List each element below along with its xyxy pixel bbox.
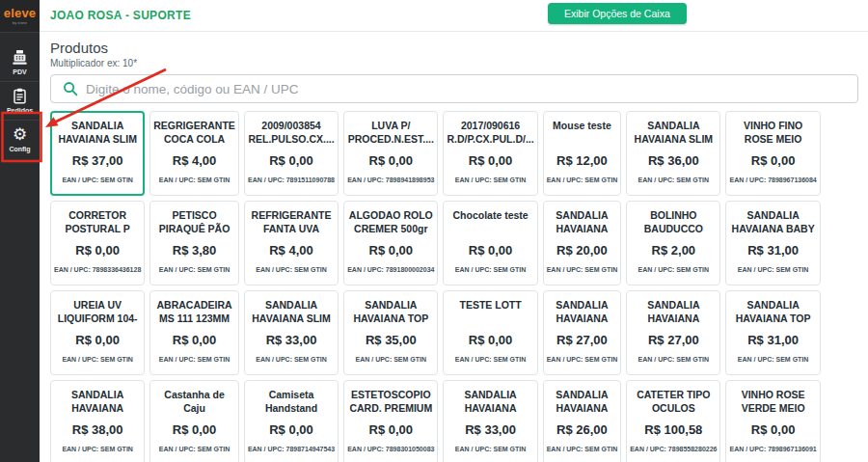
product-name: Camiseta Handstand [248, 388, 335, 415]
product-name: PETISCO PIRAQUÊ PÃO DE [153, 208, 235, 235]
search-input[interactable] [50, 74, 858, 103]
product-card[interactable]: CATETER TIPO OCULOS R$ 100,58 EAN / UPC:… [626, 380, 720, 462]
product-name: 2017/090616 R.D/P.CX.PUL.D/... [447, 119, 533, 146]
product-card[interactable]: SANDALIA HAVAIANA R$ 27,00 EAN / UPC: SE… [626, 290, 720, 375]
sidebar-item-pedidos[interactable]: Pedidos [0, 81, 40, 120]
product-ean: EAN / UPC: SEM GTIN [159, 177, 231, 183]
product-ean: EAN / UPC: 7898967136091 [729, 446, 816, 452]
app-logo-subtext: by stone [13, 20, 27, 25]
product-price: R$ 4,00 [173, 153, 217, 168]
product-card[interactable]: SANDALIA HAVAIANA R$ 26,00 EAN / UPC: SE… [543, 380, 622, 462]
product-card[interactable]: PETISCO PIRAQUÊ PÃO DE R$ 3,80 EAN / UPC… [149, 201, 239, 285]
product-card[interactable]: SANDALIA HAVAIANA R$ 27,00 EAN / UPC: SE… [543, 290, 622, 375]
product-ean: EAN / UPC: SEM GTIN [547, 266, 618, 273]
sidebar-nav: PDV Pedidos ⚙ Config [0, 33, 40, 158]
sidebar-item-pdv[interactable]: PDV [0, 42, 40, 81]
product-card[interactable]: Camiseta Handstand R$ 0,00 EAN / UPC: 78… [244, 380, 339, 462]
product-card[interactable]: SANDALIA HAVAIANA R$ 38,00 EAN / UPC: SE… [50, 380, 145, 462]
content-area: Produtos Multiplicador ex: 10* SANDALIA … [40, 32, 868, 462]
product-ean: EAN / UPC: SEM GTIN [455, 446, 527, 452]
product-name: SANDALIA HAVAIANA [547, 298, 618, 325]
product-ean: EAN / UPC: SEM GTIN [159, 266, 231, 273]
product-ean: EAN / UPC: SEM GTIN [62, 177, 133, 183]
product-card[interactable]: SANDALIA HAVAIANA SLIM R$ 33,00 EAN / UP… [244, 290, 339, 375]
product-price: R$ 0,00 [469, 153, 513, 168]
product-card[interactable]: Castanha de Caju Caramelizada 30g R$ 0,0… [149, 380, 239, 462]
operator-title: JOAO ROSA - SUPORTE [50, 9, 191, 22]
product-name: CATETER TIPO OCULOS [630, 388, 717, 415]
product-card[interactable]: LUVA P/ PROCED.N.EST.... R$ 0,00 EAN / U… [343, 111, 438, 196]
sidebar-item-label: Config [9, 146, 30, 152]
product-ean: EAN / UPC: 7898301050083 [347, 446, 434, 452]
product-name: ABRACADEIRA MS 111 123MM [153, 298, 235, 325]
product-ean: EAN / UPC: SEM GTIN [638, 266, 710, 273]
product-price: R$ 4,00 [269, 243, 313, 258]
product-price: R$ 0,00 [369, 243, 414, 258]
product-card[interactable]: ABRACADEIRA MS 111 123MM R$ 0,00 EAN / U… [149, 290, 239, 375]
product-ean: EAN / UPC: SEM GTIN [455, 356, 527, 363]
product-ean: EAN / UPC: SEM GTIN [738, 356, 809, 363]
product-card[interactable]: TESTE LOTT R$ 0,00 EAN / UPC: SEM GTIN [443, 290, 537, 375]
product-name: SANDALIA HAVAIANA [630, 298, 717, 325]
multiplier-hint: Multiplicador ex: 10* [50, 58, 857, 68]
product-price: R$ 0,00 [75, 243, 120, 258]
product-card[interactable]: VINHO FINO ROSE MEIO SECO R$ 0,00 EAN / … [725, 111, 820, 196]
product-ean: EAN / UPC: SEM GTIN [159, 446, 231, 452]
product-name: Chocolate teste [447, 208, 533, 235]
product-name: SANDALIA HAVAIANA [54, 388, 141, 415]
product-price: R$ 3,80 [173, 243, 217, 258]
product-price: R$ 35,00 [366, 333, 417, 347]
product-name: SANDALIA HAVAIANA [547, 388, 618, 415]
product-card[interactable]: SANDALIA HAVAIANA BABY R$ 31,00 EAN / UP… [725, 201, 820, 285]
product-card[interactable]: SANDALIA HAVAIANA FLAT R$ 20,00 EAN / UP… [543, 201, 622, 285]
product-card[interactable]: SANDALIA HAVAIANA R$ 33,00 EAN / UPC: SE… [443, 380, 537, 462]
top-bar: JOAO ROSA - SUPORTE Exibir Opções de Cai… [40, 0, 868, 32]
product-card[interactable]: SANDALIA HAVAIANA SLIM R$ 36,00 EAN / UP… [626, 111, 720, 196]
product-card[interactable]: VINHO ROSE VERDE MEIO R$ 0,00 EAN / UPC:… [725, 380, 820, 462]
page-title: Produtos [50, 40, 857, 56]
sidebar-item-label: PDV [13, 68, 26, 75]
main-area: JOAO ROSA - SUPORTE Exibir Opções de Cai… [40, 0, 868, 462]
product-name: REFRIGERANTE FANTA UVA [248, 208, 335, 235]
product-card[interactable]: ALGODAO ROLO CREMER 500gr R$ 0,00 EAN / … [343, 201, 438, 285]
product-name: UREIA UV LIQUIFORM 104- [54, 298, 141, 325]
product-price: R$ 0,00 [469, 333, 513, 347]
product-card[interactable]: CORRETOR POSTURAL P R$ 0,00 EAN / UPC: 7… [50, 201, 145, 285]
product-name: Castanha de Caju Caramelizada 30g [153, 388, 235, 415]
product-name: SANDALIA HAVAIANA [447, 388, 533, 415]
product-price: R$ 20,00 [556, 243, 608, 258]
product-ean: EAN / UPC: SEM GTIN [638, 177, 710, 183]
product-ean: EAN / UPC: SEM GTIN [547, 356, 618, 363]
product-name: BOLINHO BAUDUCCO [630, 208, 717, 235]
product-card[interactable]: 2017/090616 R.D/P.CX.PUL.D/... R$ 0,00 E… [443, 111, 537, 196]
product-price: R$ 0,00 [75, 333, 120, 347]
product-card[interactable]: ESTETOSCOPIO CARD. PREMIUM R$ 0,00 EAN /… [343, 380, 438, 462]
product-card[interactable]: BOLINHO BAUDUCCO R$ 2,00 EAN / UPC: SEM … [626, 201, 720, 285]
product-price: R$ 0,00 [173, 333, 217, 347]
product-name: VINHO FINO ROSE MEIO SECO [729, 119, 816, 146]
product-card[interactable]: SANDALIA HAVAIANA TOP R$ 31,00 EAN / UPC… [725, 290, 820, 375]
product-card[interactable]: REGRIGERANTE COCA COLA R$ 4,00 EAN / UPC… [149, 111, 239, 196]
product-card[interactable]: Chocolate teste R$ 0,00 EAN / UPC: SEM G… [443, 201, 537, 285]
exibir-opcoes-caixa-button[interactable]: Exibir Opções de Caixa [548, 3, 687, 24]
product-name: Mouse teste [547, 119, 618, 146]
product-card[interactable]: REFRIGERANTE FANTA UVA R$ 4,00 EAN / UPC… [244, 201, 339, 285]
product-card[interactable]: SANDALIA HAVAIANA SLIM R$ 37,00 EAN / UP… [50, 111, 145, 196]
product-card[interactable]: Mouse teste R$ 12,00 EAN / UPC: SEM GTIN [543, 111, 622, 196]
product-ean: EAN / UPC: SEM GTIN [638, 356, 710, 363]
product-price: R$ 0,00 [269, 153, 313, 168]
product-card[interactable]: SANDALIA HAVAIANA TOP R$ 35,00 EAN / UPC… [343, 290, 438, 375]
product-name: SANDALIA HAVAIANA SLIM [248, 298, 335, 325]
product-name: ESTETOSCOPIO CARD. PREMIUM [347, 388, 434, 415]
product-card[interactable]: UREIA UV LIQUIFORM 104- R$ 0,00 EAN / UP… [50, 290, 145, 375]
product-ean: EAN / UPC: SEM GTIN [547, 446, 618, 452]
product-price: R$ 0,00 [269, 422, 313, 437]
product-price: R$ 12,00 [556, 153, 608, 168]
product-price: R$ 0,00 [751, 153, 796, 168]
product-card[interactable]: 2009/003854 REL.PULSO.CX.... R$ 0,00 EAN… [244, 111, 339, 196]
gear-icon: ⚙ [12, 126, 28, 143]
product-price: R$ 26,00 [556, 422, 608, 437]
sidebar-item-config[interactable]: ⚙ Config [0, 120, 40, 158]
product-ean: EAN / UPC: SEM GTIN [159, 356, 231, 363]
product-price: R$ 2,00 [652, 243, 696, 258]
